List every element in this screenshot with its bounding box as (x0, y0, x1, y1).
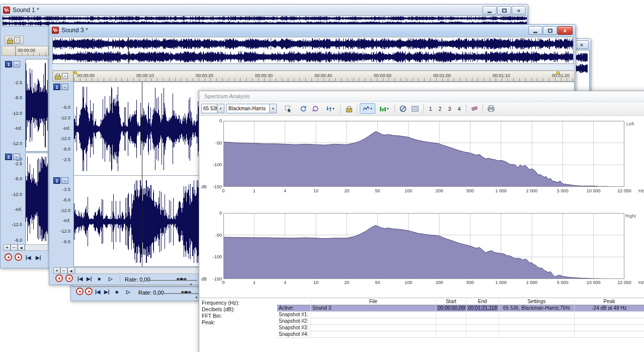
y-axis-tick-label: 0 (219, 118, 222, 123)
go-to-end-button[interactable]: ▶| (36, 255, 41, 260)
table-row-snapshot2[interactable]: Snapshot #2: (277, 318, 644, 325)
channel-2-minimize-button[interactable]: − (61, 177, 68, 184)
lock-button[interactable] (343, 103, 354, 114)
overview-waveform-panel[interactable] (52, 37, 574, 64)
table-row-active[interactable]: Active: Sound 3 00:00:00,000 00:01:21,11… (277, 305, 644, 312)
scroll-left-button[interactable]: ◂ (18, 244, 25, 251)
ruler-options-button[interactable]: − (14, 37, 20, 43)
x-axis-tick-label: 20 (344, 188, 349, 193)
stop-button[interactable]: ■ (98, 276, 101, 281)
ruler-options-button[interactable]: − (62, 73, 68, 79)
toolbar-separator (120, 275, 120, 283)
spectrum-toolbar: 65 536 ▾ Blackman-Harris ▾ ▾ (199, 102, 644, 116)
clear-snapshots-button[interactable] (469, 103, 480, 114)
hold-off-button[interactable] (397, 103, 409, 114)
table-row-snapshot1[interactable]: Snapshot #1: (277, 312, 644, 318)
close-button[interactable]: × (512, 6, 526, 15)
record-arm-button[interactable] (15, 253, 22, 261)
rate-center-marker: ▲ (195, 295, 198, 299)
snapshot-button-3[interactable]: 3 (445, 103, 454, 114)
go-to-end-button[interactable]: ▶| (87, 276, 92, 281)
marker-bar[interactable] (52, 64, 574, 71)
db-scale-label: -Inf. (14, 126, 22, 131)
snapshot-button-1[interactable]: 1 (426, 103, 435, 114)
timeline-ruler[interactable]: 00:00:0000:00:1000:00:2000:00:3000:00:40… (73, 71, 575, 82)
rate-slider-thumb[interactable]: ◀◀▶▶ (181, 290, 192, 294)
line-chart-icon (363, 106, 370, 112)
x-axis-left: 0141020501002005001 0002 0005 00010 0002… (223, 188, 644, 194)
channel-1-badge[interactable]: 1 (5, 61, 12, 67)
horizontal-scrollbar[interactable] (25, 244, 48, 251)
window-title: Sound 3 * (61, 27, 88, 34)
channel-1-minimize-button[interactable]: − (61, 84, 68, 90)
refresh-button[interactable] (298, 103, 309, 114)
table-row-snapshot4[interactable]: Snapshot #4: (277, 331, 644, 338)
db-scale-label: -Inf. (62, 218, 70, 223)
channel-2-badge[interactable]: 2 (5, 154, 12, 160)
titlebar[interactable]: Spectrum Analysis (199, 91, 644, 102)
play-button[interactable]: ▷ (109, 276, 113, 281)
refresh-all-button[interactable] (310, 103, 321, 114)
x-axis-tick-label: 10 000 (587, 280, 601, 285)
rate-slider-thumb[interactable]: ◀◀▶▶ (176, 277, 187, 281)
go-to-end-button[interactable]: ▶| (104, 289, 110, 295)
fft-size-select[interactable]: 65 536 ▾ (201, 104, 224, 113)
close-button[interactable]: × (575, 40, 589, 49)
channel-1-minimize-button[interactable]: − (13, 61, 20, 67)
snapshot-button-4[interactable]: 4 (455, 103, 463, 114)
selection-tool-button[interactable] (283, 103, 294, 114)
go-to-start-button[interactable]: |◀ (26, 255, 31, 260)
channel-1-badge[interactable]: 1 (53, 84, 60, 90)
record-button[interactable] (76, 288, 84, 295)
spectrum-plot-left[interactable] (223, 121, 624, 187)
channel-2-minimize-button[interactable]: − (13, 154, 20, 160)
grid-view-button[interactable] (410, 103, 421, 114)
ruler-lock-box[interactable]: − (52, 71, 73, 82)
x-axis-tick-label: 50 (375, 280, 380, 285)
zoom-in-button[interactable]: + (53, 267, 60, 274)
minimize-button[interactable] (482, 6, 497, 15)
maximize-button[interactable] (543, 26, 557, 35)
close-button[interactable]: × (557, 26, 573, 35)
spectrum-plot-right[interactable] (223, 213, 624, 279)
x-axis-tick-label: 50 (375, 188, 380, 193)
titlebar[interactable]: Sound 1 * × (1, 5, 528, 16)
scroll-left-button[interactable]: ◂ (67, 267, 74, 274)
record-button[interactable] (55, 274, 63, 282)
play-button[interactable]: ▷ (126, 289, 130, 295)
loop-end-marker[interactable] (556, 72, 559, 74)
zoom-out-button[interactable]: − (11, 244, 18, 251)
waveform-ch1-panel[interactable] (25, 59, 48, 152)
fft-window-select[interactable]: Blackman-Harris ▾ (226, 104, 277, 113)
channel-2-badge[interactable]: 2 (53, 177, 60, 184)
update-mode-dropdown[interactable]: ▾ (322, 103, 338, 114)
cell-file: Sound 3 (311, 305, 436, 312)
waveform-ch2-panel[interactable] (25, 153, 48, 245)
snapshot-button-2[interactable]: 2 (436, 103, 444, 114)
line-graph-mode-dropdown[interactable]: ▾ (360, 103, 375, 114)
y-axis-tick-label: 0 (219, 210, 222, 216)
loop-start-marker[interactable] (74, 72, 77, 74)
record-arm-button[interactable] (85, 288, 93, 295)
ruler-lock-box[interactable]: − (5, 36, 24, 44)
minimize-button[interactable] (528, 26, 542, 35)
go-to-start-button[interactable]: |◀ (77, 276, 83, 281)
record-button[interactable] (5, 253, 12, 261)
rate-slider[interactable] (148, 280, 197, 281)
analysis-table: File Start End Settings Peak Active: Sou… (277, 299, 644, 338)
maximize-button[interactable] (497, 6, 511, 15)
record-arm-button[interactable] (65, 274, 73, 282)
ruler-ticks (16, 53, 49, 56)
table-row-snapshot3[interactable]: Snapshot #3: (277, 325, 644, 331)
go-to-start-button[interactable]: |◀ (95, 289, 101, 295)
zoom-in-button[interactable]: + (4, 244, 11, 251)
print-button[interactable] (486, 103, 497, 114)
x-axis-tick-label: 1 (253, 280, 256, 285)
bar-graph-mode-dropdown[interactable]: ▾ (376, 103, 392, 114)
zoom-out-button[interactable]: − (60, 267, 67, 274)
edit-cursor[interactable] (142, 82, 142, 266)
titlebar[interactable]: Sound 3 * × (49, 25, 576, 36)
stop-button[interactable]: ■ (115, 289, 118, 295)
playback-cursor[interactable] (128, 37, 129, 63)
db-scale-label: -6.0 (14, 95, 22, 100)
